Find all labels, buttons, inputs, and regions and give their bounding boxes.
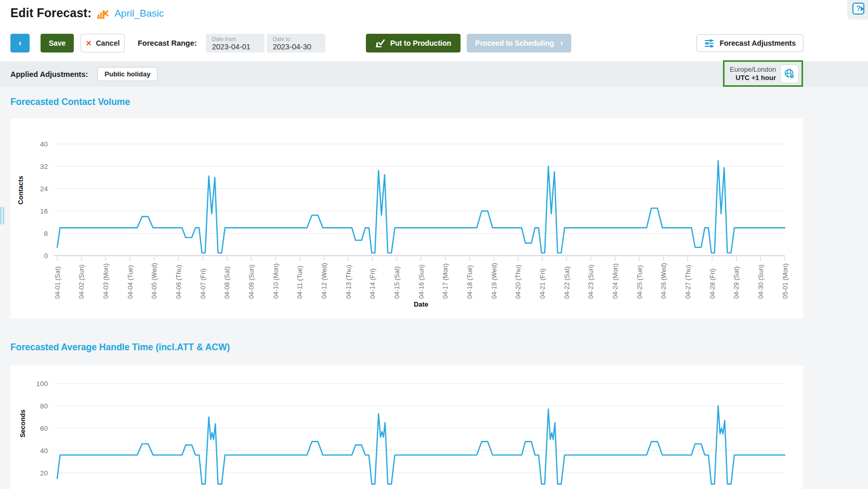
x-tick-label: 04-23 (Sun) — [587, 265, 595, 299]
forecast-line — [57, 161, 785, 253]
y-tick-label: 24 — [40, 185, 48, 193]
sliders-icon — [704, 38, 714, 48]
x-tick-label: 04-02 (Sun) — [78, 265, 85, 299]
save-button[interactable]: Save — [41, 34, 74, 52]
section-title-handle-time: Forecasted Average Handle Time (incl.ATT… — [10, 342, 230, 353]
date-from-value: 2023-04-01 — [212, 43, 251, 51]
x-tick-label: 04-01 (Sat) — [54, 266, 61, 299]
x-tick-label: 04-19 (Wed) — [491, 263, 498, 299]
x-tick-label: 04-04 (Tue) — [127, 265, 134, 299]
applied-adjustments-label: Applied Adjustments: — [10, 70, 88, 78]
x-tick-label: 04-12 (Wed) — [321, 263, 328, 299]
help-panel: ? — [847, 0, 868, 20]
adjustment-chip-public-holiday[interactable]: Public holiday — [97, 67, 157, 81]
x-tick-label: 04-14 (Fri) — [369, 269, 376, 299]
x-tick-label: 04-11 (Tue) — [296, 266, 304, 299]
page-title: Edit Forecast: — [10, 6, 91, 20]
y-axis-title: Contacts — [17, 176, 24, 205]
y-tick-label: 16 — [40, 207, 48, 215]
cancel-x-icon: ✕ — [86, 39, 92, 47]
date-from-field[interactable]: Date from 2023-04-01 — [206, 34, 265, 52]
forecast-range-label: Forecast Range: — [138, 39, 197, 47]
y-tick-label: 20 — [40, 469, 48, 477]
date-to-label: Date to — [273, 36, 325, 42]
x-tick-label: 04-13 (Thu) — [345, 265, 352, 299]
x-tick-label: 04-22 (Sat) — [563, 266, 571, 299]
x-tick-label: 04-15 (Sat) — [393, 266, 401, 299]
forecast-line — [57, 406, 785, 484]
cancel-button[interactable]: ✕ Cancel — [81, 34, 125, 52]
y-tick-label: 80 — [40, 402, 48, 410]
globe-clock-icon — [784, 68, 795, 80]
proceed-to-scheduling-button[interactable]: Proceed to Scheduling › — [467, 34, 571, 52]
y-tick-label: 100 — [36, 380, 48, 388]
y-tick-label: 60 — [40, 425, 48, 432]
chevron-right-icon: › — [560, 38, 563, 48]
timezone-zone: Europe/London — [730, 65, 776, 74]
forecast-adjustments-button[interactable]: Forecast Adjustments — [696, 34, 804, 52]
back-button[interactable]: ‹ — [10, 34, 30, 52]
x-tick-label: 04-10 (Mon) — [272, 263, 280, 299]
contact-volume-chart-panel: 4032241680Contacts04-01 (Sat)04-02 (Sun)… — [10, 118, 803, 319]
x-tick-label: 04-28 (Fri) — [709, 269, 716, 299]
x-tick-label: 04-20 (Thu) — [515, 265, 522, 299]
y-tick-label: 8 — [44, 230, 48, 237]
y-tick-label: 40 — [40, 447, 48, 455]
date-to-value: 2023-04-30 — [273, 43, 311, 51]
x-axis-title: Date — [414, 300, 428, 308]
timezone-box: Europe/London UTC +1 hour — [723, 60, 803, 87]
x-tick-label: 04-06 (Thu) — [175, 265, 182, 299]
forecast-chart-icon — [97, 8, 109, 19]
y-tick-label: 0 — [44, 252, 48, 260]
toolbar: ‹ Save ✕ Cancel Forecast Range: Date fro… — [10, 34, 571, 52]
forecast-name[interactable]: April_Basic — [114, 8, 164, 19]
handle-time-chart: 10080604020Seconds — [10, 365, 803, 488]
date-from-label: Date from — [212, 36, 265, 42]
proceed-to-scheduling-label: Proceed to Scheduling — [475, 39, 554, 47]
x-tick-label: 04-24 (Mon) — [612, 263, 619, 299]
put-to-production-label: Put to Production — [390, 39, 451, 47]
side-drag-handle[interactable] — [0, 207, 5, 224]
date-to-field[interactable]: Date to 2023-04-30 — [267, 34, 325, 52]
back-chevron-icon: ‹ — [19, 38, 22, 48]
timezone-globe-button[interactable] — [780, 64, 799, 83]
x-tick-label: 04-27 (Thu) — [685, 265, 692, 299]
x-tick-label: 04-29 (Sat) — [733, 266, 740, 299]
x-tick-label: 04-21 (Fri) — [539, 269, 546, 299]
x-tick-label: 04-05 (Wed) — [151, 263, 158, 299]
y-axis-title: Seconds — [19, 409, 27, 438]
handle-time-chart-panel: 10080604020Seconds — [10, 365, 803, 489]
y-tick-label: 32 — [40, 163, 48, 170]
x-tick-label: 04-03 (Mon) — [102, 263, 110, 299]
x-tick-label: 04-30 (Sun) — [757, 265, 765, 299]
x-tick-label: 04-09 (Sun) — [248, 265, 255, 299]
forecast-adjustments-label: Forecast Adjustments — [719, 39, 796, 47]
x-tick-label: 04-08 (Sat) — [223, 266, 231, 299]
production-chart-check-icon — [375, 38, 385, 48]
timezone-offset: UTC +1 hour — [730, 74, 776, 82]
x-tick-label: 04-26 (Wed) — [660, 263, 667, 299]
x-tick-label: 04-17 (Mon) — [442, 263, 449, 299]
help-button[interactable]: ? — [852, 3, 864, 15]
x-tick-label: 04-16 (Sun) — [418, 265, 425, 299]
section-title-contact-volume: Forecasted Contact Volume — [10, 97, 130, 108]
x-tick-label: 04-07 (Fri) — [200, 269, 207, 299]
put-to-production-button[interactable]: Put to Production — [366, 34, 461, 52]
contact-volume-chart: 4032241680Contacts04-01 (Sat)04-02 (Sun)… — [10, 118, 803, 318]
cancel-label: Cancel — [96, 39, 120, 47]
x-tick-label: 04-18 (Tue) — [466, 265, 474, 299]
x-tick-label: 05-01 (Mon) — [782, 263, 789, 299]
y-tick-label: 40 — [40, 140, 48, 148]
x-tick-label: 04-25 (Tue) — [636, 265, 643, 299]
